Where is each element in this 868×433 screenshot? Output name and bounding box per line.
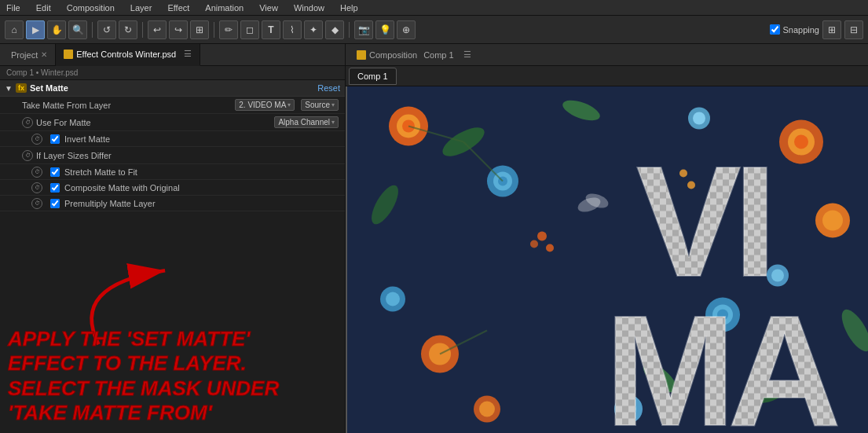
use-for-matte-row: ⏱ Use For Matte Alpha Channel ▾ [0, 114, 345, 131]
menu-help[interactable]: Help [337, 3, 361, 13]
left-content: APPLY THE 'SET MATTE' EFFECT TO THE LAYE… [0, 211, 345, 433]
matte-channel-arrow: ▾ [331, 119, 335, 126]
toolbar-sep-1 [92, 22, 93, 38]
toolbar-sep-2 [142, 22, 143, 38]
redo-tool[interactable]: ↪ [169, 20, 188, 39]
effect-controls-tab-label: Effect Controls Winter.psd [76, 50, 176, 59]
text-tool[interactable]: T [262, 20, 280, 39]
menu-layer[interactable]: Layer [127, 3, 156, 13]
overlay-line4: 'TAKE MATTE FROM' [8, 401, 337, 425]
toolbar: ⌂ ▶ ✋ 🔍 ↺ ↻ ↩ ↪ ⊞ ✏ ◻ T ⌇ ✦ ◆ 📷 💡 ⊕ Snap… [0, 16, 868, 44]
project-tab-close[interactable]: ✕ [41, 50, 47, 59]
paint-tool[interactable]: ⌇ [283, 20, 302, 39]
comp-view: VI MA VI MA [346, 86, 868, 433]
undo-tool[interactable]: ↩ [148, 20, 167, 39]
invert-matte-row: ⏱ Invert Matte [0, 131, 345, 147]
home-tool[interactable]: ⌂ [5, 20, 24, 39]
reset-button[interactable]: Reset [317, 83, 340, 93]
overlay-line3: SELECT THE MASK UNDER [8, 376, 337, 401]
effect-controls-icon [64, 50, 73, 59]
menu-file[interactable]: File [3, 3, 24, 13]
cursor-tool[interactable]: ▶ [26, 20, 45, 39]
comp-tab-area: Comp 1 [346, 66, 868, 86]
if-layer-sizes-row: ⏱ If Layer Sizes Differ [0, 147, 345, 164]
mask-tool[interactable]: ◻ [240, 20, 259, 39]
stretch-matte-row: ⏱ Stretch Matte to Fit [0, 164, 345, 180]
source-dropdown-arrow: ▾ [331, 101, 335, 108]
invert-matte-checkbox[interactable] [50, 134, 60, 144]
light-tool[interactable]: 💡 [375, 20, 394, 39]
layer-value: 2. VIDEO MA [239, 101, 286, 109]
snap-icon[interactable]: ⊞ [822, 20, 841, 39]
svg-point-52 [771, 270, 784, 282]
svg-point-7 [794, 135, 808, 149]
stretch-matte-checkbox[interactable] [50, 167, 60, 177]
comp-1-tab[interactable]: Comp 1 [349, 68, 397, 85]
use-for-matte-label: Use For Matte [36, 118, 271, 127]
view-icon[interactable]: ⊟ [844, 20, 863, 39]
pen-tool[interactable]: ✏ [219, 20, 238, 39]
clock-6[interactable]: ⏱ [31, 198, 42, 209]
breadcrumb: Comp 1 • Winter.psd [0, 66, 345, 80]
toolbar-sep-3 [214, 22, 214, 38]
if-layer-sizes-label: If Layer Sizes Differ [36, 151, 339, 160]
effect-controls-tab[interactable]: Effect Controls Winter.psd ☰ [56, 44, 200, 66]
source-label: Source [305, 101, 330, 109]
floral-background: VI MA VI MA [346, 86, 868, 433]
clock-4[interactable]: ⏱ [31, 167, 42, 178]
svg-point-29 [546, 244, 554, 252]
panel-menu[interactable]: ☰ [184, 49, 192, 59]
project-tab-label: Project [11, 50, 38, 60]
matte-channel-value: Alpha Channel [278, 118, 330, 127]
snapping-area: Snapping ⊞ ⊟ [770, 20, 864, 39]
clock-5[interactable]: ⏱ [31, 182, 42, 193]
source-dropdown[interactable]: Source ▾ [301, 99, 339, 111]
menu-animation[interactable]: Animation [202, 3, 247, 13]
menu-edit[interactable]: Edit [33, 3, 54, 13]
composition-panel-tab[interactable]: Composition Comp 1 ☰ [349, 44, 479, 66]
clock-1[interactable]: ⏱ [22, 117, 33, 128]
camera-tool[interactable]: 📷 [354, 20, 373, 39]
comp-menu-icon[interactable]: ☰ [463, 50, 471, 60]
menu-effect[interactable]: Effect [164, 3, 192, 13]
svg-point-28 [537, 232, 547, 241]
menu-composition[interactable]: Composition [64, 3, 118, 13]
left-panel: Project ✕ Effect Controls Winter.psd ☰ C… [0, 44, 346, 433]
menu-view[interactable]: View [256, 3, 281, 13]
premultiply-row: ⏱ Premultiply Matte Layer [0, 196, 345, 211]
layer-dropdown-arrow: ▾ [288, 101, 291, 108]
snapping-label: Snapping [783, 25, 820, 35]
take-matte-label: Take Matte From Layer [22, 101, 232, 110]
premultiply-checkbox[interactable] [50, 199, 60, 208]
clock-3[interactable]: ⏱ [22, 150, 33, 161]
rotate-tool[interactable]: ↺ [97, 20, 116, 39]
hand-tool[interactable]: ✋ [47, 20, 66, 39]
toolbar-sep-4 [349, 22, 350, 38]
composite-matte-row: ⏱ Composite Matte with Original [0, 180, 345, 196]
snapping-checkbox[interactable] [770, 24, 780, 35]
clock-2[interactable]: ⏱ [31, 134, 42, 145]
null-tool[interactable]: ⊕ [397, 20, 416, 39]
right-panel: Composition Comp 1 ☰ Comp 1 [346, 44, 868, 433]
effect-name: Set Matte [30, 83, 68, 93]
comp-1-label: Comp 1 [357, 72, 388, 81]
rotate2-tool[interactable]: ↻ [119, 20, 137, 39]
effect-expand-icon[interactable]: ▼ [5, 84, 13, 93]
effect-header: ▼ fx Set Matte Reset [0, 80, 345, 97]
comp-border [346, 86, 347, 433]
svg-point-9 [822, 211, 843, 231]
clone-tool[interactable]: ✦ [304, 20, 323, 39]
floral-svg: VI MA VI MA [346, 86, 868, 433]
overlay-line2: EFFECT TO THE LAYER. [8, 351, 337, 376]
composite-matte-label: Composite Matte with Original [64, 183, 180, 193]
shape-tool[interactable]: ◆ [325, 20, 344, 39]
menu-window[interactable]: Window [291, 3, 328, 13]
project-tab[interactable]: Project ✕ [3, 44, 56, 66]
composite-matte-checkbox[interactable] [50, 183, 60, 193]
stamp-tool[interactable]: ⊞ [190, 20, 209, 39]
premultiply-label: Premultiply Matte Layer [64, 199, 156, 208]
matte-channel-dropdown[interactable]: Alpha Channel ▾ [274, 116, 339, 128]
layer-dropdown[interactable]: 2. VIDEO MA ▾ [235, 99, 295, 111]
zoom-tool[interactable]: 🔍 [68, 20, 87, 39]
panel-tabs: Project ✕ Effect Controls Winter.psd ☰ [0, 44, 345, 66]
